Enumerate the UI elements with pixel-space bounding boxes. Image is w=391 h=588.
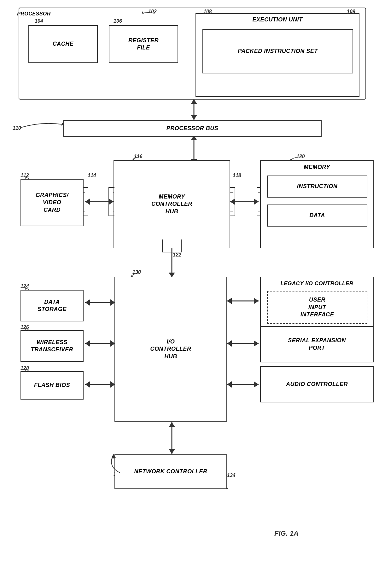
ref-126: 126 (20, 325, 29, 330)
ref-124: 124 (20, 284, 29, 289)
ref-104: 104 (35, 18, 43, 24)
network-controller-box: NETWORK CONTROLLER (114, 454, 227, 489)
svg-marker-32 (227, 381, 232, 388)
memory-label: MEMORY (261, 161, 373, 173)
ref-112: 112 (20, 173, 29, 178)
packed-instruction-box: PACKED INSTRUCTION SET (202, 29, 353, 73)
data-mem-box: DATA (267, 205, 367, 227)
ref-118: 118 (233, 173, 241, 178)
instruction-box: INSTRUCTION (267, 176, 367, 198)
svg-marker-46 (142, 11, 144, 14)
wireless-transceiver-box: WIRELESSTRANSCEIVER (20, 330, 84, 362)
svg-marker-26 (227, 298, 232, 304)
memory-outer-box: MEMORY INSTRUCTION DATA (260, 160, 374, 248)
flash-bios-box: FLASH BIOS (20, 371, 84, 400)
io-controller-box: I/OCONTROLLERHUB (114, 277, 227, 422)
svg-marker-23 (85, 381, 90, 388)
svg-marker-36 (169, 449, 175, 454)
ref-106: 106 (114, 18, 122, 24)
cache-box: CACHE (28, 25, 98, 63)
legacy-io-label: LEGACY I/O CONTROLLER (261, 277, 373, 289)
fig-label: FIG. 1A (274, 529, 299, 538)
register-file-box: REGISTERFILE (109, 25, 178, 63)
svg-marker-20 (85, 340, 90, 347)
processor-bus-box: PROCESSOR BUS (63, 120, 322, 137)
svg-marker-3 (191, 115, 197, 120)
graphics-video-box: GRAPHICS/VIDEOCARD (20, 179, 84, 226)
svg-marker-30 (254, 340, 259, 347)
ref-120: 120 (296, 154, 305, 159)
svg-marker-29 (227, 340, 232, 347)
svg-marker-17 (85, 299, 90, 306)
svg-marker-35 (169, 422, 175, 427)
svg-marker-2 (191, 99, 197, 104)
diagram: 102 PROCESSOR 104 CACHE 106 REGISTERFILE… (0, 0, 391, 588)
ref-134: 134 (227, 473, 236, 478)
memory-controller-box: MEMORYCONTROLLERHUB (114, 160, 230, 248)
svg-marker-27 (254, 298, 259, 304)
svg-marker-9 (109, 199, 114, 205)
svg-marker-8 (85, 199, 90, 205)
ref-110: 110 (13, 125, 21, 131)
ref-116: 116 (134, 154, 143, 159)
ref-122: 122 (173, 252, 181, 258)
data-storage-box: DATASTORAGE (20, 290, 84, 321)
ref-114: 114 (88, 173, 96, 178)
svg-marker-33 (254, 381, 259, 388)
svg-marker-11 (230, 199, 235, 205)
processor-label: PROCESSOR (20, 9, 47, 18)
user-input-box: USERINPUTINTERFACE (267, 291, 367, 324)
ref-130: 130 (132, 269, 141, 275)
serial-expansion-box: SERIAL EXPANSIONPORT (260, 326, 374, 362)
audio-controller-box: AUDIO CONTROLLER (260, 366, 374, 402)
execution-unit-label: EXECUTION UNIT (196, 14, 359, 23)
ref-128: 128 (20, 366, 29, 371)
ref-102: 102 (148, 9, 157, 14)
execution-unit-outer: EXECUTION UNIT PACKED INSTRUCTION SET (196, 13, 359, 97)
svg-marker-12 (254, 199, 259, 205)
